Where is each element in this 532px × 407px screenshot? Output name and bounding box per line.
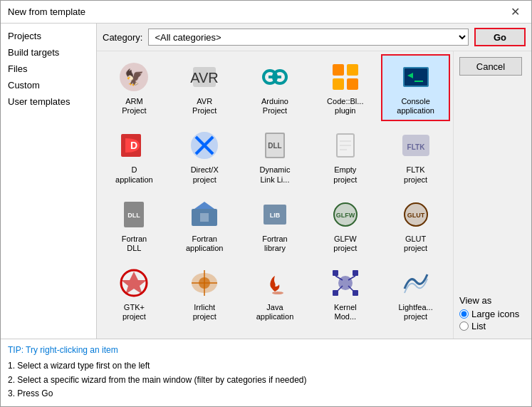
right-panel: Cancel View as Large icons List bbox=[453, 51, 531, 339]
dll-project-label: DynamicLink Li... bbox=[260, 165, 291, 184]
sidebar: Projects Build targets Files Custom User… bbox=[1, 24, 97, 339]
empty-project-icon bbox=[328, 128, 363, 163]
svg-rect-7 bbox=[333, 64, 344, 76]
glfw-project-label: GLFWproject bbox=[333, 235, 357, 253]
sidebar-item-projects[interactable]: Projects bbox=[1, 28, 96, 44]
svg-line-55 bbox=[335, 286, 343, 293]
sidebar-item-user-templates[interactable]: User templates bbox=[1, 93, 96, 110]
icon-kernel-module[interactable]: KernelMod... bbox=[311, 260, 380, 327]
tip-text: TIP: Try right-clicking an item bbox=[8, 345, 524, 355]
view-list-radio[interactable] bbox=[459, 321, 469, 331]
svg-text:LIB: LIB bbox=[270, 212, 281, 219]
fltk-project-label: FLTKproject bbox=[404, 165, 427, 184]
dialog-body: Projects Build targets Files Custom User… bbox=[1, 24, 531, 339]
svg-text:AVR: AVR bbox=[190, 70, 219, 86]
icon-avr-project[interactable]: AVR AVRProject bbox=[170, 54, 239, 121]
icon-fortran-dll[interactable]: DLL FortranDLL bbox=[100, 192, 169, 259]
lightfea-project-label: Lightfea...project bbox=[398, 303, 432, 321]
category-label: Category: bbox=[103, 32, 142, 43]
sidebar-item-build-targets[interactable]: Build targets bbox=[1, 44, 96, 61]
irrlicht-project-icon bbox=[187, 266, 221, 300]
icon-gtk-project[interactable]: GTK+project bbox=[100, 260, 169, 327]
icon-fortran-application[interactable]: Fortranapplication bbox=[170, 192, 239, 259]
svg-text:D: D bbox=[130, 140, 137, 151]
dialog-title: New from template bbox=[8, 6, 85, 17]
icon-dll-project[interactable]: DLL DynamicLink Li... bbox=[241, 123, 310, 190]
svg-rect-6 bbox=[268, 76, 281, 78]
svg-rect-10 bbox=[347, 78, 358, 90]
glut-project-icon: GLUT bbox=[399, 197, 433, 232]
fortran-dll-label: FortranDLL bbox=[122, 235, 147, 253]
fortran-library-label: Fortranlibrary bbox=[262, 235, 287, 253]
close-button[interactable]: ✕ bbox=[506, 5, 524, 19]
glfw-project-icon: GLFW bbox=[328, 197, 363, 232]
irrlicht-project-label: Irrlichtproject bbox=[193, 303, 217, 321]
svg-rect-50 bbox=[353, 270, 358, 276]
glut-project-label: GLUTproject bbox=[404, 235, 427, 253]
view-large-icons-label: Large icons bbox=[471, 309, 519, 319]
view-large-icons-radio[interactable] bbox=[459, 309, 469, 319]
dialog-window: New from template ✕ Projects Build targe… bbox=[0, 0, 532, 407]
icon-irrlicht-project[interactable]: Irrlichtproject bbox=[170, 260, 239, 327]
arm-project-label: ARMProject bbox=[122, 97, 146, 115]
svg-text:🦅: 🦅 bbox=[125, 68, 145, 87]
fortran-dll-icon: DLL bbox=[117, 197, 151, 232]
svg-text:DLL: DLL bbox=[268, 142, 281, 150]
icon-arm-project[interactable]: 🦅 ARMProject bbox=[100, 54, 169, 121]
go-button[interactable]: Go bbox=[474, 28, 526, 46]
svg-text:GLUT: GLUT bbox=[407, 212, 424, 219]
arduino-project-icon bbox=[258, 60, 292, 94]
directx-project-label: Direct/Xproject bbox=[191, 165, 219, 184]
icon-empty-project[interactable]: Emptyproject bbox=[311, 123, 380, 190]
icon-directx-project[interactable]: Direct/Xproject bbox=[170, 123, 239, 190]
sidebar-item-custom[interactable]: Custom bbox=[1, 77, 96, 93]
instructions: 1. Select a wizard type first on the lef… bbox=[8, 359, 524, 401]
directx-project-icon bbox=[187, 128, 221, 163]
icon-console-application[interactable]: Consoleapplication bbox=[381, 54, 450, 121]
arm-project-icon: 🦅 bbox=[117, 60, 151, 94]
dll-project-icon: DLL bbox=[258, 128, 292, 163]
category-row: Category: <All categories> Console GUI L… bbox=[97, 24, 531, 51]
instruction-1: 1. Select a wizard type first on the lef… bbox=[8, 359, 524, 373]
fortran-application-label: Fortranapplication bbox=[186, 235, 224, 253]
empty-project-label: Emptyproject bbox=[333, 165, 357, 184]
instruction-2: 2. Select a specific wizard from the mai… bbox=[8, 373, 524, 387]
svg-rect-14 bbox=[414, 81, 423, 82]
sidebar-item-files[interactable]: Files bbox=[1, 61, 96, 77]
cancel-button[interactable]: Cancel bbox=[459, 57, 522, 76]
icon-codeblocks-plugin[interactable]: Code::Bl...plugin bbox=[311, 54, 380, 121]
fortran-application-icon bbox=[187, 197, 221, 232]
d-application-label: Dapplication bbox=[115, 165, 153, 184]
icon-lightfea-project[interactable]: Lightfea...project bbox=[381, 260, 450, 327]
fltk-project-icon: FLTK bbox=[399, 128, 433, 163]
view-as-group: View as Large icons List bbox=[459, 295, 526, 333]
kernel-module-label: KernelMod... bbox=[334, 303, 357, 321]
icon-fltk-project[interactable]: FLTK FLTKproject bbox=[381, 123, 450, 190]
svg-rect-49 bbox=[333, 270, 338, 276]
java-application-icon bbox=[258, 266, 292, 300]
icon-arduino-project[interactable]: ArduinoProject bbox=[241, 54, 310, 121]
icon-glut-project[interactable]: GLUT GLUTproject bbox=[381, 192, 450, 259]
icons-area-wrapper: 🦅 ARMProject AVR bbox=[97, 51, 531, 339]
codeblocks-plugin-icon bbox=[328, 60, 363, 94]
view-list-label: List bbox=[471, 321, 486, 331]
view-large-icons-option[interactable]: Large icons bbox=[459, 309, 526, 319]
gtk-project-label: GTK+project bbox=[122, 303, 146, 321]
avr-project-icon: AVR bbox=[187, 60, 221, 94]
icon-fortran-library[interactable]: LIB Fortranlibrary bbox=[241, 192, 310, 259]
icons-grid-container[interactable]: 🦅 ARMProject AVR bbox=[97, 51, 453, 339]
lightfea-project-icon bbox=[399, 266, 433, 300]
view-list-option[interactable]: List bbox=[459, 321, 526, 331]
icon-d-application[interactable]: D Dapplication bbox=[100, 123, 169, 190]
category-select[interactable]: <All categories> Console GUI Library bbox=[148, 29, 469, 46]
icon-java-application[interactable]: Javaapplication bbox=[241, 260, 310, 327]
svg-text:DLL: DLL bbox=[128, 212, 141, 219]
fortran-library-icon: LIB bbox=[258, 197, 292, 232]
console-application-icon bbox=[399, 60, 433, 94]
avr-project-label: AVRProject bbox=[192, 97, 217, 115]
svg-marker-32 bbox=[194, 202, 214, 209]
icon-glfw-project[interactable]: GLFW GLFWproject bbox=[311, 192, 380, 259]
instruction-3: 3. Press Go bbox=[8, 387, 524, 401]
console-application-label: Consoleapplication bbox=[397, 97, 434, 115]
main-content-area: Category: <All categories> Console GUI L… bbox=[97, 24, 531, 339]
